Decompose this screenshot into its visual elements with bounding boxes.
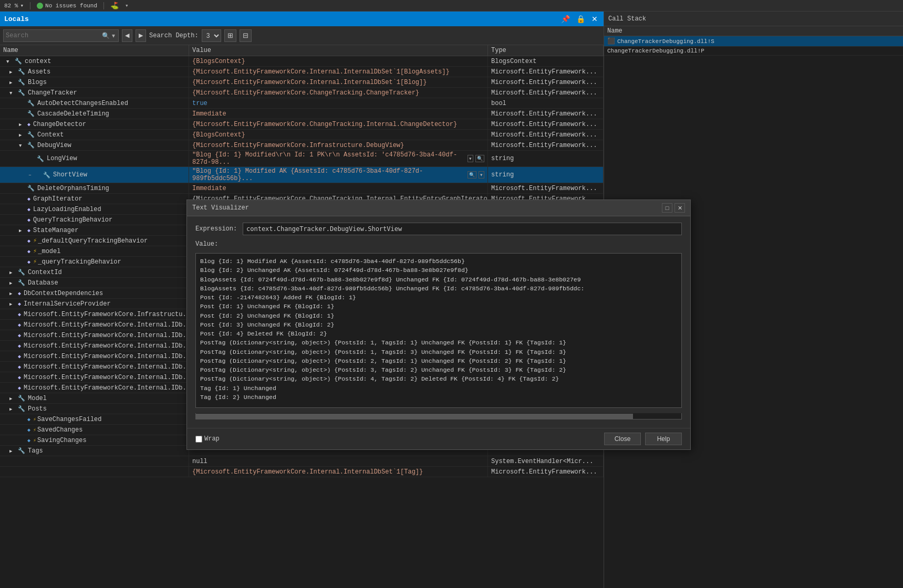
expand-contextid[interactable] — [9, 269, 17, 276]
name-text: LongView — [47, 155, 77, 162]
wrench-icon: 🔧 — [18, 395, 25, 402]
diamond-icon: ◆ — [18, 322, 21, 328]
search-input-wrap[interactable]: 🔍 ▾ — [3, 29, 119, 42]
expand-context[interactable] — [6, 58, 14, 65]
row-value: {BlogsContext} — [189, 130, 488, 140]
expand-changetracker[interactable] — [9, 89, 17, 97]
name-text: ContextId — [28, 269, 62, 276]
visualizer-button[interactable]: ▾ — [468, 155, 473, 162]
wrench-icon: 🔧 — [27, 185, 35, 192]
name-text: Blogs — [28, 79, 47, 86]
expand-dbcontextdeps[interactable] — [9, 290, 17, 297]
value-label: Value: — [195, 240, 237, 248]
back-button[interactable]: ◀ — [122, 29, 132, 42]
row-value: {Microsoft.EntityFrameworkCore.Infrastru… — [189, 140, 488, 150]
expand-context2[interactable] — [19, 131, 26, 139]
expand-blogs[interactable] — [9, 79, 17, 86]
locals-titlebar: Locals 📌 🔒 ✕ — [0, 12, 604, 26]
row-name: 🔧 Blogs — [0, 77, 189, 87]
search-depth-select[interactable]: 3 1 2 4 5 — [202, 29, 221, 42]
help-button[interactable]: Help — [645, 433, 682, 445]
pin-button[interactable]: 📌 — [559, 15, 572, 23]
dialog-body: Expression: Value: — [187, 216, 690, 428]
table-row[interactable]: 🔧 DebugView {Microsoft.EntityFrameworkCo… — [0, 140, 604, 151]
zoom-control[interactable]: 82 % ▾ — [4, 2, 24, 9]
dialog-close-button[interactable]: ✕ — [674, 203, 685, 213]
diamond-icon: ◆ — [27, 437, 30, 444]
callstack-frame: ChangeTrackerDebugging.dll!P — [607, 48, 704, 54]
wrap-checkbox[interactable] — [195, 436, 202, 443]
table-row[interactable]: 🔧 ChangeTracker {Microsoft.EntityFramewo… — [0, 88, 604, 98]
visualizer-open-button[interactable]: 🔍 — [475, 155, 484, 162]
close-button[interactable]: Close — [604, 433, 641, 445]
search-magnifier-button[interactable]: 🔍 — [101, 32, 111, 39]
expand-changedetector[interactable] — [19, 121, 26, 128]
collapse-button[interactable]: ⊞ — [224, 29, 236, 42]
table-row[interactable]: {Microsoft.EntityFrameworkCore.Internal.… — [0, 467, 604, 477]
diamond-icon: ◆ — [27, 121, 30, 128]
name-text: SavingChanges — [37, 437, 87, 444]
name-text: InternalServiceProvider — [24, 300, 111, 308]
expand-tags[interactable] — [9, 447, 17, 455]
table-row[interactable]: 🔧 Assets {Microsoft.EntityFrameworkCore.… — [0, 67, 604, 77]
row-value: {Microsoft.EntityFrameworkCore.Internal.… — [189, 467, 488, 477]
expand-posts[interactable] — [9, 405, 17, 413]
name-text: Assets — [28, 68, 50, 76]
wrench-icon: 🔧 — [43, 172, 50, 178]
table-row[interactable]: 🔧 AutoDetectChangesEnabled true bool — [0, 98, 604, 109]
table-row[interactable]: 🔧 Context {BlogsContext} Microsoft.Entit… — [0, 130, 604, 140]
event-prefix: ⚡ — [33, 437, 36, 444]
name-text: CascadeDeleteTiming — [37, 110, 109, 118]
row-name — [0, 456, 189, 466]
expand-assets[interactable] — [9, 68, 17, 76]
name-text: DebugView — [37, 142, 71, 149]
table-row[interactable]: 🔧 Blogs {Microsoft.EntityFrameworkCore.I… — [0, 77, 604, 88]
status-circle — [37, 3, 43, 9]
name-text: Context — [37, 131, 64, 139]
dialog-maximize-button[interactable]: □ — [662, 203, 672, 213]
expand-isp[interactable] — [9, 300, 17, 308]
row-type: string — [488, 167, 604, 183]
row-name: ◆ ⚡ SavedChanges — [0, 425, 189, 435]
table-row[interactable]: 🔧 CascadeDeleteTiming Immediate Microsof… — [0, 109, 604, 119]
row-name: ◆ InternalServiceProvider — [0, 299, 189, 309]
expand-statemanager[interactable] — [19, 227, 26, 234]
wrench-icon: 🔧 — [18, 279, 25, 286]
table-row[interactable]: ◆ ChangeDetector {Microsoft.EntityFramew… — [0, 119, 604, 130]
expand-database[interactable] — [9, 279, 17, 287]
value-textarea[interactable] — [195, 253, 682, 408]
expression-input[interactable] — [243, 223, 682, 235]
callstack-row[interactable]: ⬛ ChangeTrackerDebugging.dll!S — [604, 36, 903, 47]
table-row[interactable]: 🔧 LongView "Blog {Id: 1} Modified\r\n Id… — [0, 151, 604, 167]
name-text: SaveChangesFailed — [37, 416, 101, 423]
col-type: Type — [488, 45, 604, 56]
forward-button[interactable]: ▶ — [136, 29, 146, 42]
pin-alt-button[interactable]: 🔒 — [575, 15, 587, 23]
callstack-row[interactable]: ChangeTrackerDebugging.dll!P — [604, 47, 903, 56]
dialog-title: Text Visualizer — [192, 204, 249, 212]
visualizer-button[interactable]: 🔍 — [468, 171, 476, 178]
wrench-icon: 🔧 — [18, 68, 25, 75]
refresh-button[interactable]: ⊟ — [240, 29, 252, 42]
row-name: ◆ ⚡ _model — [0, 246, 189, 256]
expand-debugview[interactable] — [19, 142, 26, 149]
row-type: Microsoft.EntityFramework... — [488, 88, 604, 98]
wrap-label[interactable]: Wrap — [195, 435, 220, 443]
close-panel-button[interactable]: ✕ — [590, 15, 599, 23]
table-row[interactable]: 🔧 context {BlogsContext} BlogsContext — [0, 56, 604, 67]
zoom-dropdown-icon[interactable]: ▾ — [20, 2, 24, 9]
search-dropdown-button[interactable]: ▾ — [111, 32, 116, 39]
table-row[interactable]: null System.EventHandler<Micr... — [0, 456, 604, 467]
bookmark-icon[interactable]: ⛳ — [110, 2, 119, 10]
table-row[interactable]: 🔧 DeleteOrphansTiming Immediate Microsof… — [0, 183, 604, 194]
expand-model[interactable] — [9, 395, 17, 402]
search-input[interactable] — [6, 32, 101, 39]
row-name: ◆ Microsoft.EntityFrameworkCore.Internal… — [0, 351, 189, 361]
visualizer-dropdown-button[interactable]: ▾ — [479, 171, 484, 178]
table-row[interactable]: – 🔧 ShortView "Blog {Id: 1} Modified AK … — [0, 167, 604, 183]
dropdown-icon[interactable]: ▾ — [125, 2, 129, 9]
name-text: SavedChanges — [37, 426, 82, 434]
name-text: LazyLoadingEnabled — [33, 206, 101, 213]
horizontal-scrollbar[interactable] — [195, 413, 682, 419]
row-name: 🔧 Tags — [0, 446, 189, 456]
